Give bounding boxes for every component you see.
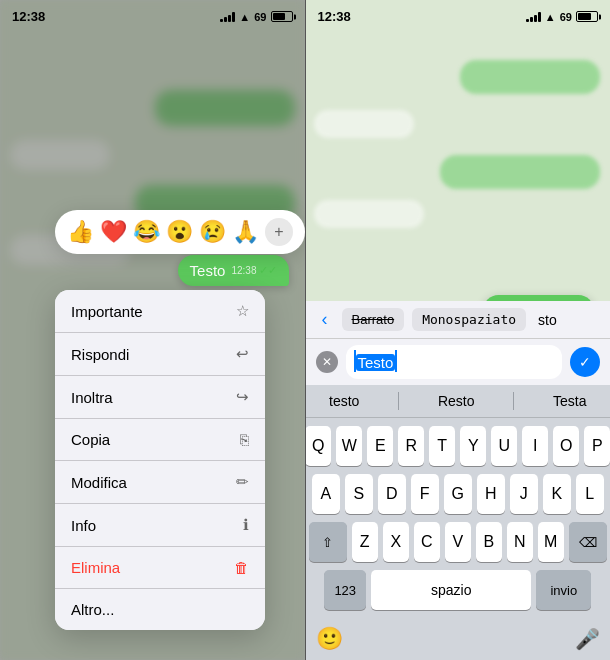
- info-icon: ℹ: [243, 516, 249, 534]
- menu-label-inoltra: Inoltra: [71, 389, 113, 406]
- context-menu: Importante ☆ Rispondi ↩ Inoltra ↪ Copia …: [55, 290, 265, 630]
- right-phone: 12:38 ▲ 69 Testo 12:38 ✓✓ ‹ Barrato Mono…: [306, 0, 611, 660]
- key-row-4: 123 spazio invio: [310, 570, 607, 610]
- format-preview: sto: [538, 312, 557, 328]
- key-row-2: A S D F G H J K L: [310, 474, 607, 514]
- autocomplete-testo[interactable]: testo: [321, 391, 367, 411]
- send-button[interactable]: ✓: [570, 347, 600, 377]
- key-q[interactable]: Q: [306, 426, 332, 466]
- autocomplete-bar: testo Resto Testa: [306, 385, 611, 418]
- tapped-message-time: 12:38 ✓✓: [231, 264, 276, 277]
- key-i[interactable]: I: [522, 426, 548, 466]
- reply-icon: ↩: [236, 345, 249, 363]
- wifi-icon: ▲: [239, 11, 250, 23]
- tapped-message-bubble: Testo 12:38 ✓✓: [178, 255, 289, 286]
- key-r[interactable]: R: [398, 426, 424, 466]
- emoji-thumbsup[interactable]: 👍: [67, 219, 94, 245]
- numbers-key[interactable]: 123: [324, 570, 366, 610]
- menu-item-importante[interactable]: Importante ☆: [55, 290, 265, 333]
- emoji-keyboard-button[interactable]: 🙂: [316, 626, 343, 652]
- key-x[interactable]: X: [383, 522, 409, 562]
- backspace-key[interactable]: ⌫: [569, 522, 607, 562]
- trash-icon: 🗑: [234, 559, 249, 576]
- emoji-surprised[interactable]: 😮: [166, 219, 193, 245]
- menu-label-copia: Copia: [71, 431, 110, 448]
- status-bar: 12:38 ▲ 69: [0, 0, 305, 28]
- right-signal-icon: [526, 12, 541, 22]
- menu-item-elimina[interactable]: Elimina 🗑: [55, 547, 265, 589]
- menu-item-inoltra[interactable]: Inoltra ↪: [55, 376, 265, 419]
- menu-item-rispondi[interactable]: Rispondi ↩: [55, 333, 265, 376]
- emoji-cry[interactable]: 😢: [199, 219, 226, 245]
- key-s[interactable]: S: [345, 474, 373, 514]
- format-bar: ‹ Barrato Monospaziato sto: [306, 301, 611, 339]
- key-f[interactable]: F: [411, 474, 439, 514]
- menu-item-modifica[interactable]: Modifica ✏: [55, 461, 265, 504]
- key-z[interactable]: Z: [352, 522, 378, 562]
- autocomplete-divider-2: [513, 392, 514, 410]
- autocomplete-resto[interactable]: Resto: [430, 391, 483, 411]
- forward-icon: ↪: [236, 388, 249, 406]
- key-l[interactable]: L: [576, 474, 604, 514]
- format-monospace[interactable]: Monospaziato: [412, 308, 526, 331]
- key-row-1: Q W E R T Y U I O P: [310, 426, 607, 466]
- keyboard-rows: Q W E R T Y U I O P A S D F G H J K: [306, 418, 611, 622]
- battery-label: 69: [254, 11, 266, 23]
- right-status-icons: ▲ 69: [526, 11, 598, 23]
- autocomplete-testa[interactable]: Testa: [545, 391, 594, 411]
- selected-text: Testo: [356, 354, 396, 371]
- key-y[interactable]: Y: [460, 426, 486, 466]
- keyboard-area: ‹ Barrato Monospaziato sto ✕ Testo ✓ tes…: [306, 301, 611, 660]
- key-n[interactable]: N: [507, 522, 533, 562]
- right-battery-icon: [576, 11, 598, 22]
- right-battery-label: 69: [560, 11, 572, 23]
- key-u[interactable]: U: [491, 426, 517, 466]
- microphone-button[interactable]: 🎤: [575, 627, 600, 651]
- edit-icon: ✏: [236, 473, 249, 491]
- status-time: 12:38: [12, 9, 45, 24]
- emoji-heart[interactable]: ❤️: [100, 219, 127, 245]
- invio-key[interactable]: invio: [536, 570, 591, 610]
- key-e[interactable]: E: [367, 426, 393, 466]
- key-v[interactable]: V: [445, 522, 471, 562]
- key-k[interactable]: K: [543, 474, 571, 514]
- key-h[interactable]: H: [477, 474, 505, 514]
- key-row-3: ⇧ Z X C V B N M ⌫: [310, 522, 607, 562]
- key-a[interactable]: A: [312, 474, 340, 514]
- key-c[interactable]: C: [414, 522, 440, 562]
- format-strikethrough[interactable]: Barrato: [342, 308, 405, 331]
- key-d[interactable]: D: [378, 474, 406, 514]
- key-p[interactable]: P: [584, 426, 610, 466]
- autocomplete-divider-1: [398, 392, 399, 410]
- clear-button[interactable]: ✕: [316, 351, 338, 373]
- key-b[interactable]: B: [476, 522, 502, 562]
- menu-label-modifica: Modifica: [71, 474, 127, 491]
- key-t[interactable]: T: [429, 426, 455, 466]
- format-back-button[interactable]: ‹: [316, 307, 334, 332]
- message-input[interactable]: Testo: [346, 345, 563, 379]
- emoji-laugh[interactable]: 😂: [133, 219, 160, 245]
- shift-key[interactable]: ⇧: [309, 522, 347, 562]
- key-w[interactable]: W: [336, 426, 362, 466]
- menu-item-copia[interactable]: Copia ⎘: [55, 419, 265, 461]
- key-o[interactable]: O: [553, 426, 579, 466]
- star-icon: ☆: [236, 302, 249, 320]
- right-status-bar: 12:38 ▲ 69: [306, 0, 611, 28]
- menu-item-info[interactable]: Info ℹ: [55, 504, 265, 547]
- left-phone: 12:38 ▲ 69 Testo 12:38 ✓✓ 👍 ❤️ 😂 😮 😢 🙏 +: [0, 0, 305, 660]
- key-m[interactable]: M: [538, 522, 564, 562]
- right-wifi-icon: ▲: [545, 11, 556, 23]
- emoji-more-button[interactable]: +: [265, 218, 293, 246]
- copy-icon: ⎘: [240, 431, 249, 448]
- key-j[interactable]: J: [510, 474, 538, 514]
- menu-item-altro[interactable]: Altro...: [55, 589, 265, 630]
- emoji-pray[interactable]: 🙏: [232, 219, 259, 245]
- battery-icon: [271, 11, 293, 22]
- status-icons: ▲ 69: [220, 11, 292, 23]
- checkmarks: ✓✓: [259, 264, 277, 277]
- menu-label-info: Info: [71, 517, 96, 534]
- menu-label-rispondi: Rispondi: [71, 346, 129, 363]
- emoji-reaction-bar[interactable]: 👍 ❤️ 😂 😮 😢 🙏 +: [55, 210, 305, 254]
- key-g[interactable]: G: [444, 474, 472, 514]
- space-key[interactable]: spazio: [371, 570, 531, 610]
